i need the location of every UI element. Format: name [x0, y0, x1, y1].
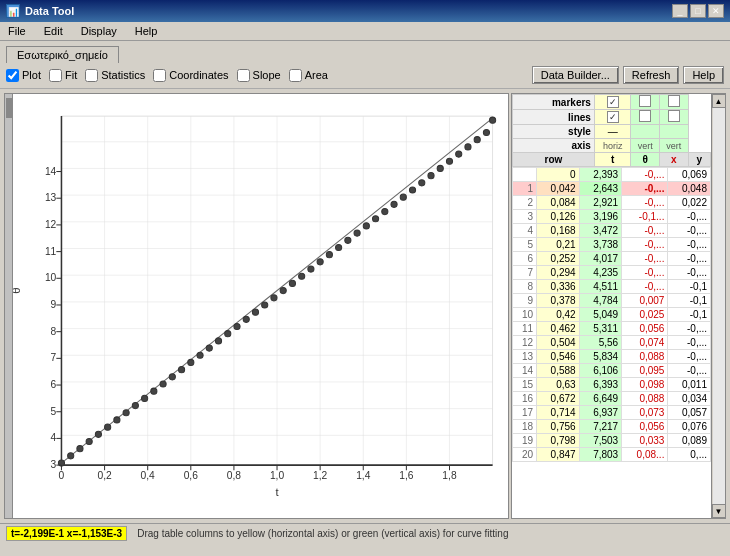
menu-bar: File Edit Display Help: [0, 22, 730, 41]
svg-text:6: 6: [51, 379, 57, 390]
svg-point-62: [354, 230, 360, 236]
data-header-table: markers lines: [512, 94, 711, 167]
checkbox-plot[interactable]: Plot: [6, 69, 41, 82]
column-headers-row: row t θ x y: [513, 153, 711, 167]
table-row[interactable]: 16 0,672 6,649 0,088 0,034: [513, 392, 711, 406]
svg-point-52: [262, 302, 268, 308]
toolbar: Plot Fit Statistics Coordinates Slope Ar…: [0, 62, 730, 89]
svg-text:11: 11: [45, 246, 57, 257]
svg-point-42: [169, 374, 175, 380]
checkbox-slope[interactable]: Slope: [237, 69, 281, 82]
chart-svg[interactable]: 3 4 5 6 7 8 9 10 11 12 13 14 0 0,2 0,4 0…: [5, 94, 508, 518]
svg-point-77: [490, 117, 496, 123]
menu-file[interactable]: File: [4, 24, 30, 38]
lines-vert2-checkbox[interactable]: [668, 110, 680, 122]
table-row[interactable]: 11 0,462 5,311 0,056 -0,...: [513, 322, 711, 336]
table-row[interactable]: 1 0,042 2,643 -0,... 0,048: [513, 182, 711, 196]
svg-point-50: [243, 316, 249, 322]
svg-point-54: [280, 288, 286, 294]
table-row[interactable]: 0 2,393 -0,... 0,069: [513, 168, 711, 182]
markers-vert1-checkbox[interactable]: [639, 95, 651, 107]
close-button[interactable]: ✕: [708, 4, 724, 18]
svg-text:0,2: 0,2: [97, 470, 112, 481]
scroll-indicator: [5, 94, 13, 518]
menu-help[interactable]: Help: [131, 24, 162, 38]
svg-point-41: [160, 381, 166, 387]
svg-text:1,4: 1,4: [356, 470, 371, 481]
svg-point-46: [206, 345, 212, 351]
data-rows-container[interactable]: 0 2,393 -0,... 0,069 1 0,042 2,643 -0,..…: [512, 167, 711, 462]
svg-point-32: [77, 446, 83, 452]
lines-horiz-checkbox[interactable]: [607, 111, 619, 123]
help-button[interactable]: Help: [683, 66, 724, 84]
menu-display[interactable]: Display: [77, 24, 121, 38]
table-row[interactable]: 6 0,252 4,017 -0,... -0,...: [513, 252, 711, 266]
data-table-container: markers lines: [512, 94, 711, 462]
table-row[interactable]: 4 0,168 3,472 -0,... -0,...: [513, 224, 711, 238]
svg-text:10: 10: [45, 272, 57, 283]
checkbox-area[interactable]: Area: [289, 69, 328, 82]
axis-label-row: axis horiz vert vert: [513, 139, 711, 153]
status-coords: t=-2,199E-1 x=-1,153E-3: [6, 526, 127, 541]
svg-text:13: 13: [45, 192, 57, 203]
vertical-scrollbar[interactable]: ▲ ▼: [711, 94, 725, 518]
maximize-button[interactable]: □: [690, 4, 706, 18]
table-row[interactable]: 20 0,847 7,803 0,08... 0,...: [513, 448, 711, 462]
table-row[interactable]: 10 0,42 5,049 0,025 -0,1: [513, 308, 711, 322]
svg-text:1,8: 1,8: [442, 470, 457, 481]
svg-text:7: 7: [51, 352, 57, 363]
svg-text:0,8: 0,8: [227, 470, 242, 481]
title-bar: 📊 Data Tool _ □ ✕: [0, 0, 730, 22]
table-row[interactable]: 19 0,798 7,503 0,033 0,089: [513, 434, 711, 448]
table-row[interactable]: 15 0,63 6,393 0,098 0,011: [513, 378, 711, 392]
data-builder-button[interactable]: Data Builder...: [532, 66, 619, 84]
refresh-button[interactable]: Refresh: [623, 66, 680, 84]
markers-vert2-checkbox[interactable]: [668, 95, 680, 107]
svg-point-48: [225, 331, 231, 337]
table-row[interactable]: 18 0,756 7,217 0,056 0,076: [513, 420, 711, 434]
scroll-track: [713, 108, 725, 504]
table-row[interactable]: 8 0,336 4,511 -0,... -0,1: [513, 280, 711, 294]
app-icon: 📊: [6, 4, 20, 18]
data-rows-table: 0 2,393 -0,... 0,069 1 0,042 2,643 -0,..…: [512, 167, 711, 462]
checkbox-fit[interactable]: Fit: [49, 69, 77, 82]
scroll-thumb[interactable]: [6, 98, 12, 118]
svg-text:0,6: 0,6: [184, 470, 199, 481]
table-row[interactable]: 13 0,546 5,834 0,088 -0,...: [513, 350, 711, 364]
tab-esoteiko[interactable]: Εσωτερικό_σημείο: [6, 46, 119, 63]
markers-horiz-checkbox[interactable]: [607, 96, 619, 108]
table-row[interactable]: 3 0,126 3,196 -0,1... -0,...: [513, 210, 711, 224]
window-controls[interactable]: _ □ ✕: [672, 4, 724, 18]
svg-point-68: [409, 187, 415, 193]
svg-point-43: [178, 367, 184, 373]
svg-point-71: [437, 165, 443, 171]
scroll-up-arrow[interactable]: ▲: [712, 94, 726, 108]
svg-point-55: [289, 280, 295, 286]
table-row[interactable]: 7 0,294 4,235 -0,... -0,...: [513, 266, 711, 280]
table-row[interactable]: 14 0,588 6,106 0,095 -0,...: [513, 364, 711, 378]
svg-text:12: 12: [45, 219, 57, 230]
checkbox-statistics[interactable]: Statistics: [85, 69, 145, 82]
svg-point-40: [151, 388, 157, 394]
menu-edit[interactable]: Edit: [40, 24, 67, 38]
table-row[interactable]: 17 0,714 6,937 0,073 0,057: [513, 406, 711, 420]
checkbox-coordinates[interactable]: Coordinates: [153, 69, 228, 82]
svg-point-49: [234, 323, 240, 329]
svg-text:5: 5: [51, 406, 57, 417]
svg-point-47: [215, 338, 221, 344]
svg-point-72: [446, 158, 452, 164]
svg-point-59: [326, 252, 332, 258]
svg-point-60: [336, 244, 342, 250]
table-row[interactable]: 9 0,378 4,784 0,007 -0,1: [513, 294, 711, 308]
style-row: style —: [513, 125, 711, 139]
svg-point-39: [142, 395, 148, 401]
svg-point-61: [345, 237, 351, 243]
table-row[interactable]: 12 0,504 5,56 0,074 -0,...: [513, 336, 711, 350]
lines-vert1-checkbox[interactable]: [639, 110, 651, 122]
table-row[interactable]: 5 0,21 3,738 -0,... -0,...: [513, 238, 711, 252]
table-row[interactable]: 2 0,084 2,921 -0,... 0,022: [513, 196, 711, 210]
svg-point-66: [391, 201, 397, 207]
minimize-button[interactable]: _: [672, 4, 688, 18]
svg-text:0: 0: [59, 470, 65, 481]
scroll-down-arrow[interactable]: ▼: [712, 504, 726, 518]
